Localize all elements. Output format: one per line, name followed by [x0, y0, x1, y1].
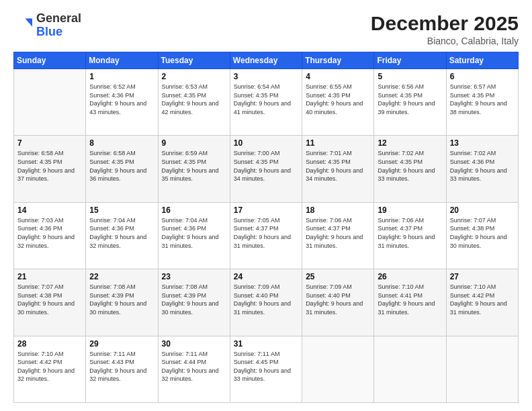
day-number: 11: [306, 138, 370, 148]
location: Bianco, Calabria, Italy: [371, 36, 519, 46]
day-info: Sunrise: 6:57 AMSunset: 4:35 PMDaylight:…: [450, 83, 515, 116]
day-number: 18: [306, 205, 370, 215]
day-number: 30: [162, 339, 226, 349]
svg-rect-1: [13, 16, 26, 35]
calendar-cell: 25Sunrise: 7:09 AMSunset: 4:40 PMDayligh…: [302, 269, 374, 336]
calendar-header-sunday: Sunday: [14, 52, 86, 69]
day-info: Sunrise: 7:01 AMSunset: 4:35 PMDaylight:…: [306, 149, 370, 183]
calendar-header-friday: Friday: [374, 52, 446, 69]
day-info: Sunrise: 7:03 AMSunset: 4:36 PMDaylight:…: [17, 216, 82, 250]
day-info: Sunrise: 7:04 AMSunset: 4:36 PMDaylight:…: [162, 216, 226, 250]
day-number: 23: [162, 272, 226, 281]
calendar-header-thursday: Thursday: [302, 52, 374, 69]
calendar-header-tuesday: Tuesday: [158, 52, 230, 69]
logo-text: General Blue: [36, 12, 81, 39]
calendar-header-monday: Monday: [86, 52, 158, 69]
calendar-cell: 6Sunrise: 6:57 AMSunset: 4:35 PMDaylight…: [446, 69, 518, 136]
month-title: December 2025: [371, 12, 519, 34]
day-info: Sunrise: 7:08 AMSunset: 4:39 PMDaylight:…: [162, 283, 226, 316]
day-number: 20: [450, 205, 515, 215]
calendar-cell: 30Sunrise: 7:11 AMSunset: 4:44 PMDayligh…: [158, 336, 230, 402]
day-info: Sunrise: 6:59 AMSunset: 4:35 PMDaylight:…: [162, 149, 226, 183]
logo: General Blue: [13, 12, 81, 39]
title-block: December 2025 Bianco, Calabria, Italy: [371, 12, 519, 46]
calendar-cell: 8Sunrise: 6:58 AMSunset: 4:35 PMDaylight…: [86, 136, 158, 202]
day-info: Sunrise: 7:11 AMSunset: 4:44 PMDaylight:…: [162, 350, 226, 383]
day-number: 12: [378, 138, 442, 148]
calendar-week-row: 7Sunrise: 6:58 AMSunset: 4:35 PMDaylight…: [14, 136, 519, 202]
day-info: Sunrise: 7:11 AMSunset: 4:43 PMDaylight:…: [89, 350, 154, 383]
day-info: Sunrise: 6:56 AMSunset: 4:35 PMDaylight:…: [378, 83, 442, 116]
day-info: Sunrise: 7:09 AMSunset: 4:40 PMDaylight:…: [306, 283, 370, 316]
day-info: Sunrise: 7:04 AMSunset: 4:36 PMDaylight:…: [89, 216, 154, 250]
calendar-cell: 27Sunrise: 7:10 AMSunset: 4:42 PMDayligh…: [446, 269, 518, 336]
day-info: Sunrise: 7:07 AMSunset: 4:38 PMDaylight:…: [450, 216, 515, 250]
day-number: 6: [450, 72, 515, 81]
day-info: Sunrise: 6:55 AMSunset: 4:35 PMDaylight:…: [306, 83, 370, 116]
day-number: 7: [17, 138, 82, 148]
calendar-week-row: 1Sunrise: 6:52 AMSunset: 4:36 PMDaylight…: [14, 69, 519, 136]
day-info: Sunrise: 7:02 AMSunset: 4:36 PMDaylight:…: [450, 149, 515, 183]
calendar-cell: 12Sunrise: 7:02 AMSunset: 4:35 PMDayligh…: [374, 136, 446, 202]
calendar-cell: 19Sunrise: 7:06 AMSunset: 4:37 PMDayligh…: [374, 202, 446, 269]
day-info: Sunrise: 6:58 AMSunset: 4:35 PMDaylight:…: [17, 149, 82, 183]
day-number: 25: [306, 272, 370, 281]
calendar-cell: 14Sunrise: 7:03 AMSunset: 4:36 PMDayligh…: [14, 202, 86, 269]
day-number: 24: [234, 272, 298, 281]
calendar-cell: 17Sunrise: 7:05 AMSunset: 4:37 PMDayligh…: [230, 202, 302, 269]
day-info: Sunrise: 7:06 AMSunset: 4:37 PMDaylight:…: [306, 216, 370, 250]
calendar-cell: 13Sunrise: 7:02 AMSunset: 4:36 PMDayligh…: [446, 136, 518, 202]
logo-general-text: General: [36, 11, 81, 25]
logo-icon: [13, 16, 32, 35]
day-number: 21: [17, 272, 82, 281]
calendar-cell: [374, 336, 446, 402]
day-number: 17: [234, 205, 298, 215]
day-number: 29: [89, 339, 154, 349]
calendar-cell: 4Sunrise: 6:55 AMSunset: 4:35 PMDaylight…: [302, 69, 374, 136]
day-number: 2: [162, 72, 226, 81]
calendar-cell: 22Sunrise: 7:08 AMSunset: 4:39 PMDayligh…: [86, 269, 158, 336]
day-info: Sunrise: 7:09 AMSunset: 4:40 PMDaylight:…: [234, 283, 298, 316]
day-info: Sunrise: 7:10 AMSunset: 4:42 PMDaylight:…: [17, 350, 82, 383]
day-number: 9: [162, 138, 226, 148]
day-number: 31: [234, 339, 298, 349]
calendar-cell: 29Sunrise: 7:11 AMSunset: 4:43 PMDayligh…: [86, 336, 158, 402]
day-info: Sunrise: 7:11 AMSunset: 4:45 PMDaylight:…: [234, 350, 298, 383]
day-number: 10: [234, 138, 298, 148]
day-info: Sunrise: 7:06 AMSunset: 4:37 PMDaylight:…: [378, 216, 442, 250]
day-number: 16: [162, 205, 226, 215]
day-number: 5: [378, 72, 442, 81]
calendar-cell: 28Sunrise: 7:10 AMSunset: 4:42 PMDayligh…: [14, 336, 86, 402]
calendar-week-row: 21Sunrise: 7:07 AMSunset: 4:38 PMDayligh…: [14, 269, 519, 336]
calendar-cell: 16Sunrise: 7:04 AMSunset: 4:36 PMDayligh…: [158, 202, 230, 269]
day-number: 28: [17, 339, 82, 349]
calendar-cell: 3Sunrise: 6:54 AMSunset: 4:35 PMDaylight…: [230, 69, 302, 136]
calendar-cell: 11Sunrise: 7:01 AMSunset: 4:35 PMDayligh…: [302, 136, 374, 202]
day-number: 26: [378, 272, 442, 281]
day-info: Sunrise: 7:10 AMSunset: 4:42 PMDaylight:…: [450, 283, 515, 316]
day-number: 8: [89, 138, 154, 148]
calendar-cell: 2Sunrise: 6:53 AMSunset: 4:35 PMDaylight…: [158, 69, 230, 136]
calendar-cell: 31Sunrise: 7:11 AMSunset: 4:45 PMDayligh…: [230, 336, 302, 402]
calendar-cell: [446, 336, 518, 402]
calendar-cell: 26Sunrise: 7:10 AMSunset: 4:41 PMDayligh…: [374, 269, 446, 336]
day-number: 3: [234, 72, 298, 81]
day-number: 15: [89, 205, 154, 215]
calendar-week-row: 14Sunrise: 7:03 AMSunset: 4:36 PMDayligh…: [14, 202, 519, 269]
day-info: Sunrise: 7:08 AMSunset: 4:39 PMDaylight:…: [89, 283, 154, 316]
calendar-cell: 21Sunrise: 7:07 AMSunset: 4:38 PMDayligh…: [14, 269, 86, 336]
calendar-week-row: 28Sunrise: 7:10 AMSunset: 4:42 PMDayligh…: [14, 336, 519, 402]
day-number: 27: [450, 272, 515, 281]
calendar-cell: 7Sunrise: 6:58 AMSunset: 4:35 PMDaylight…: [14, 136, 86, 202]
calendar-cell: 10Sunrise: 7:00 AMSunset: 4:35 PMDayligh…: [230, 136, 302, 202]
calendar-cell: 1Sunrise: 6:52 AMSunset: 4:36 PMDaylight…: [86, 69, 158, 136]
day-number: 14: [17, 205, 82, 215]
logo-blue-text: Blue: [36, 25, 62, 38]
svg-marker-0: [26, 18, 33, 26]
calendar-header-wednesday: Wednesday: [230, 52, 302, 69]
day-info: Sunrise: 7:10 AMSunset: 4:41 PMDaylight:…: [378, 283, 442, 316]
day-info: Sunrise: 6:53 AMSunset: 4:35 PMDaylight:…: [162, 83, 226, 116]
header: General Blue December 2025 Bianco, Calab…: [13, 12, 519, 46]
calendar-cell: 18Sunrise: 7:06 AMSunset: 4:37 PMDayligh…: [302, 202, 374, 269]
day-info: Sunrise: 6:52 AMSunset: 4:36 PMDaylight:…: [89, 83, 154, 116]
